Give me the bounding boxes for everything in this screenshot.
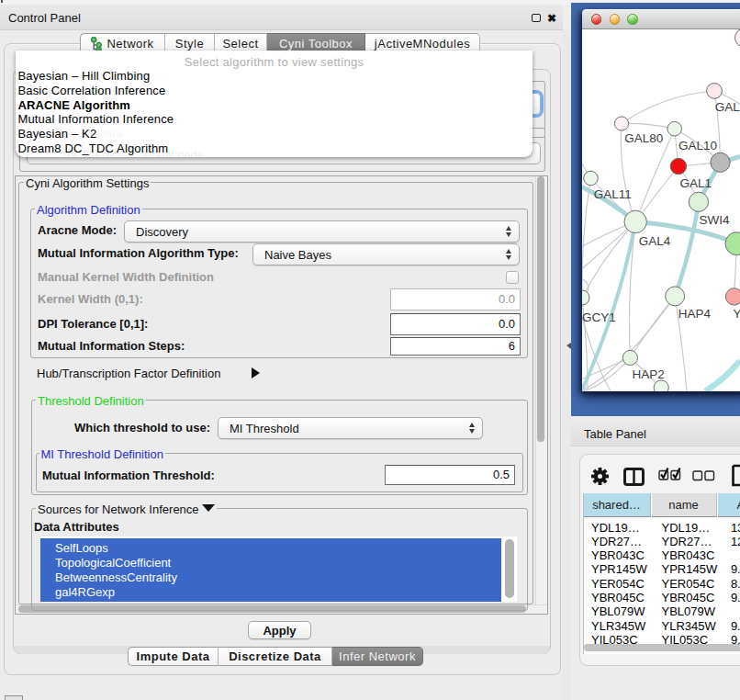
svg-text:GAL10: GAL10 xyxy=(678,139,717,152)
svg-text:GAL1: GAL1 xyxy=(679,176,712,190)
svg-text:Y: Y xyxy=(734,307,740,321)
svg-text:SWI4: SWI4 xyxy=(699,213,729,227)
svg-text:HAP2: HAP2 xyxy=(633,367,665,381)
svg-text:GAL80: GAL80 xyxy=(624,131,663,145)
svg-text:GAL2: GAL2 xyxy=(715,100,740,114)
svg-text:GCY1: GCY1 xyxy=(582,310,616,324)
svg-text:GAL4: GAL4 xyxy=(639,234,671,248)
svg-text:GAL11: GAL11 xyxy=(594,187,632,201)
svg-text:HAP4: HAP4 xyxy=(678,307,712,321)
